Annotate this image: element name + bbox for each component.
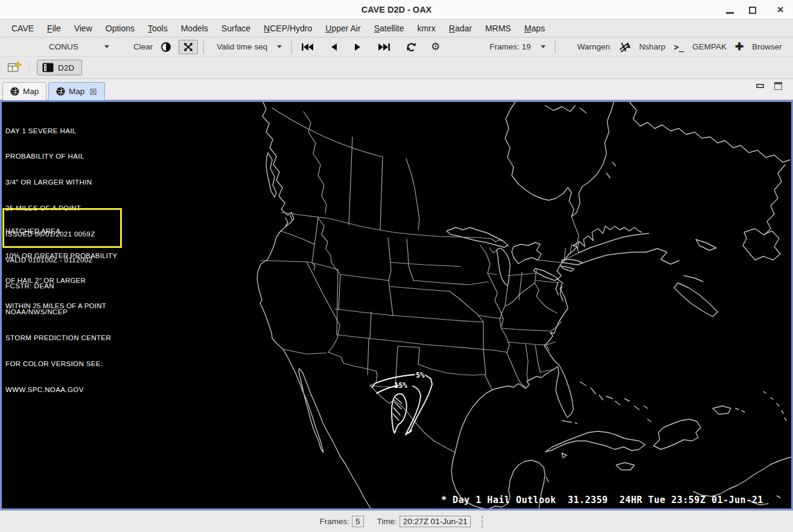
tab-label: Map: [23, 87, 39, 96]
menu-tools[interactable]: Tools: [141, 19, 174, 37]
chevron-down-icon: [541, 45, 546, 48]
browser-button[interactable]: Browser: [748, 42, 786, 51]
frames-count: Frames: 19: [486, 42, 534, 51]
toolbar-separator: [555, 41, 556, 53]
tab-map-2-active[interactable]: Map ☒: [48, 82, 105, 100]
plus-icon[interactable]: ✚: [735, 40, 744, 53]
globe-icon: [56, 87, 65, 96]
toolbar-separator: [203, 41, 204, 53]
tab-map-1[interactable]: Map: [2, 82, 46, 100]
step-back-icon: [330, 43, 337, 51]
frames-dropdown[interactable]: Frames: 19: [482, 40, 549, 54]
contour-label-5pct: 5%: [416, 371, 425, 379]
expand-extent-toggle[interactable]: [179, 40, 198, 54]
first-frame-button[interactable]: [297, 40, 317, 54]
time-mode-dropdown[interactable]: Valid time seq: [209, 40, 286, 54]
step-forward-button[interactable]: [350, 40, 366, 54]
scale-selector-dropdown[interactable]: CONUS: [41, 40, 113, 54]
clear-label: Clear: [133, 42, 153, 51]
step-forward-icon: [354, 43, 361, 51]
contour-label-15pct: 15%: [394, 381, 407, 390]
open-perspective-button[interactable]: [7, 61, 22, 74]
nsharp-skewt-icon[interactable]: [619, 42, 631, 52]
menu-cave[interactable]: CAVE: [5, 19, 40, 37]
perspective-toolbar: D2D: [0, 57, 793, 79]
menu-bar: CAVE File View Options Tools Models Surf…: [0, 19, 793, 37]
window-minimize-icon[interactable]: [726, 12, 734, 14]
time-mode-value: Valid time seq: [213, 42, 271, 51]
menu-radar[interactable]: Radar: [442, 19, 479, 37]
menu-satellite[interactable]: Satellite: [368, 19, 411, 37]
time-status-label: Time:: [377, 517, 397, 526]
menu-mrms[interactable]: MRMS: [479, 19, 518, 37]
gempak-button[interactable]: GEMPAK: [689, 42, 730, 51]
nsharp-button[interactable]: Nsharp: [635, 42, 669, 51]
hatched-area-highlight-box: HATCHED AREA 10% OR GREATER PROBABILITY …: [2, 208, 122, 248]
chevron-down-icon: [277, 45, 282, 48]
tab-label: Map: [69, 87, 84, 96]
menu-maps[interactable]: Maps: [518, 19, 552, 37]
editor-tab-bar: Map Map ☒: [0, 79, 793, 100]
menu-models[interactable]: Models: [174, 19, 215, 37]
status-bar: Frames: 5 Time: 20:27Z 01-Jun-21: [0, 510, 793, 532]
d2d-perspective-button[interactable]: D2D: [37, 60, 82, 75]
scale-selector-value: CONUS: [45, 42, 98, 51]
warngen-button[interactable]: Warngen: [574, 42, 614, 51]
maximize-view-icon[interactable]: [774, 82, 782, 90]
frames-status-label: Frames:: [320, 517, 350, 526]
title-bar: CAVE D2D - OAX ×: [0, 0, 793, 19]
terminal-icon[interactable]: >_: [674, 42, 684, 52]
status-grip: [482, 516, 484, 528]
contrast-icon: [161, 42, 171, 52]
globe-icon: [10, 87, 19, 96]
loop-icon: [406, 42, 416, 51]
main-toolbar: CONUS Clear Valid time seq: [0, 37, 793, 57]
map-canvas[interactable]: 5% 15% DAY 1 SEVERE HAIL PROBABILITY OF …: [0, 100, 793, 510]
conus-map: 5% 15%: [2, 102, 791, 508]
d2d-label: D2D: [58, 63, 74, 72]
menu-view[interactable]: View: [68, 19, 99, 37]
last-frame-button[interactable]: [374, 40, 395, 54]
gear-icon: ⚙: [431, 40, 440, 53]
product-legend[interactable]: * Day 1 Hail Outlook 31.2359 24HR Tue 23…: [441, 495, 763, 505]
cave-d2d-window: CAVE D2D - OAX × CAVE File View Options …: [0, 0, 793, 532]
clear-button[interactable]: Clear: [129, 40, 157, 54]
skip-to-first-icon: [301, 43, 313, 51]
menu-file[interactable]: File: [40, 19, 68, 37]
window-maximize-icon[interactable]: [749, 7, 756, 14]
image-properties-button[interactable]: [157, 40, 175, 54]
toolbar-separator: [291, 41, 292, 53]
minimize-view-icon[interactable]: [756, 84, 764, 88]
menu-kmrx[interactable]: kmrx: [410, 19, 442, 37]
skip-to-last-icon: [378, 43, 390, 51]
expand-arrows-icon: [183, 42, 194, 52]
toolbar-separator: [29, 60, 30, 75]
window-title: CAVE D2D - OAX: [0, 0, 793, 19]
step-back-button[interactable]: [326, 40, 342, 54]
frames-status-value: 5: [352, 516, 364, 527]
loop-properties-button[interactable]: ⚙: [427, 38, 444, 55]
window-close-icon[interactable]: ×: [771, 0, 789, 19]
menu-options[interactable]: Options: [99, 19, 141, 37]
chevron-down-icon: [104, 45, 109, 48]
tab-close-icon[interactable]: ☒: [89, 87, 97, 96]
menu-ncep-hydro[interactable]: NCEP/Hydro: [257, 19, 319, 37]
time-status-value: 20:27Z 01-Jun-21: [400, 516, 471, 527]
new-perspective-icon: [7, 61, 22, 74]
loop-button[interactable]: [402, 40, 421, 54]
menu-surface[interactable]: Surface: [215, 19, 257, 37]
d2d-icon: [42, 63, 54, 72]
menu-upper-air[interactable]: Upper Air: [319, 19, 367, 37]
